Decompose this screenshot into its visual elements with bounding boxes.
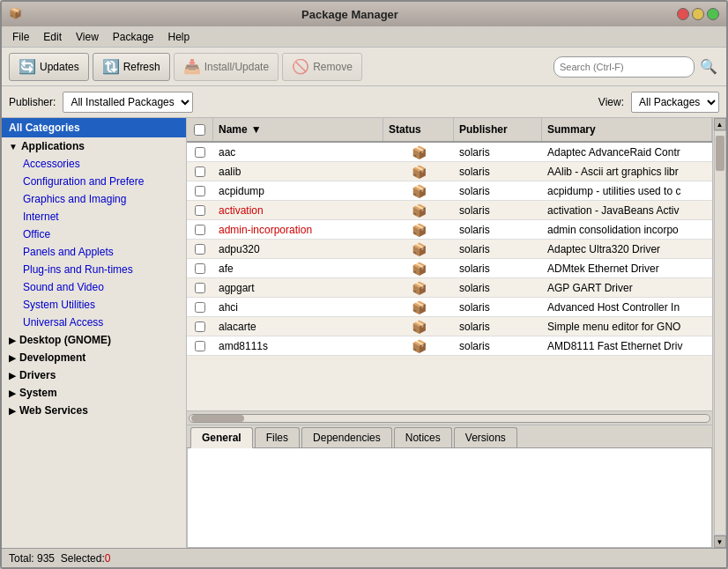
row-summary: AMD8111 Fast Ethernet Driv: [542, 338, 712, 354]
updates-button[interactable]: 🔄 Updates: [9, 53, 89, 81]
main-panel: Name ▼ Status Publisher Summary aac 📦 so…: [187, 118, 712, 548]
row-name: aalib: [213, 164, 383, 180]
tab-versions[interactable]: Versions: [454, 427, 517, 447]
menu-file[interactable]: File: [5, 29, 36, 45]
search-button[interactable]: 🔍: [698, 56, 719, 78]
sidebar-all-categories[interactable]: All Categories: [2, 118, 186, 137]
table-row[interactable]: amd8111s 📦 solaris AMD8111 Fast Ethernet…: [187, 336, 712, 356]
table-row[interactable]: admin-incorporation 📦 solaris admin cons…: [187, 220, 712, 240]
sidebar-section-label-system: System: [19, 387, 57, 399]
horizontal-scrollbar[interactable]: [187, 410, 712, 425]
sidebar-section-header-web[interactable]: ▶ Web Services: [2, 402, 186, 419]
sidebar-item-panels[interactable]: Panels and Applets: [2, 243, 186, 261]
select-all-checkbox[interactable]: [194, 124, 205, 136]
sidebar-item-universal[interactable]: Universal Access: [2, 314, 186, 331]
arrow-right-icon-drv: ▶: [9, 371, 16, 381]
sidebar-item-graphics[interactable]: Graphics and Imaging: [2, 190, 186, 208]
row-publisher: solaris: [454, 144, 542, 160]
tab-notices[interactable]: Notices: [394, 427, 452, 447]
header-checkbox: [187, 118, 213, 141]
tab-dependencies[interactable]: Dependencies: [301, 427, 392, 447]
sidebar-item-accessories[interactable]: Accessories: [2, 155, 186, 173]
status-bar: Total: 935 Selected: 0: [2, 548, 726, 567]
row-status: 📦: [383, 260, 454, 277]
header-summary[interactable]: Summary: [542, 118, 712, 141]
publisher-select[interactable]: All Installed Packages: [63, 92, 193, 113]
row-checkbox[interactable]: [187, 242, 213, 256]
row-name: activation: [213, 203, 383, 218]
sidebar-item-system-utils[interactable]: System Utilities: [2, 296, 186, 314]
sidebar-section-desktop: ▶ Desktop (GNOME): [2, 331, 186, 349]
row-checkbox[interactable]: [187, 300, 213, 314]
row-checkbox[interactable]: [187, 262, 213, 276]
app-icon: 📦: [9, 7, 23, 21]
sidebar-item-internet[interactable]: Internet: [2, 208, 186, 225]
sort-icon: ▼: [251, 123, 262, 136]
sidebar-section-label-development: Development: [19, 351, 85, 364]
sidebar-section-web: ▶ Web Services: [2, 402, 186, 419]
table-row[interactable]: adpu320 📦 solaris Adaptec Ultra320 Drive…: [187, 240, 712, 259]
install-label: Install/Update: [204, 61, 269, 73]
row-checkbox[interactable]: [187, 165, 213, 179]
close-button[interactable]: [677, 8, 689, 20]
row-status: 📦: [383, 202, 454, 219]
row-name: aac: [213, 144, 383, 160]
scroll-down-button[interactable]: ▼: [714, 536, 726, 548]
row-name: alacarte: [213, 319, 383, 335]
row-publisher: solaris: [454, 164, 542, 180]
row-summary: activation - JavaBeans Activ: [542, 203, 712, 218]
row-checkbox[interactable]: [187, 339, 213, 353]
header-name[interactable]: Name ▼: [213, 118, 383, 141]
table-row[interactable]: afe 📦 solaris ADMtek Ethernet Driver: [187, 259, 712, 278]
arrow-right-icon: ▶: [9, 336, 16, 345]
menu-package[interactable]: Package: [106, 29, 161, 45]
menu-edit[interactable]: Edit: [36, 29, 69, 45]
vertical-scrollbar[interactable]: ▲ ▼: [712, 118, 726, 548]
row-summary: Advanced Host Controller In: [542, 299, 712, 315]
row-checkbox[interactable]: [187, 223, 213, 237]
table-header: Name ▼ Status Publisher Summary: [187, 118, 712, 143]
header-status[interactable]: Status: [383, 118, 454, 141]
table-row[interactable]: acpidump 📦 solaris acpidump - utilities …: [187, 181, 712, 201]
filter-bar: Publisher: All Installed Packages View: …: [2, 86, 726, 118]
content-area: All Categories ▼ Applications Accessorie…: [2, 118, 726, 548]
menu-help[interactable]: Help: [161, 29, 197, 45]
sidebar-section-header-applications[interactable]: ▼ Applications: [2, 137, 186, 155]
table-row[interactable]: agpgart 📦 solaris AGP GART Driver: [187, 278, 712, 298]
table-row[interactable]: alacarte 📦 solaris Simple menu editor fo…: [187, 317, 712, 336]
view-select[interactable]: All Packages: [631, 92, 719, 113]
row-checkbox[interactable]: [187, 320, 213, 334]
row-checkbox[interactable]: [187, 281, 213, 295]
sidebar-section-header-drivers[interactable]: ▶ Drivers: [2, 366, 186, 384]
table-row[interactable]: activation 📦 solaris activation - JavaBe…: [187, 201, 712, 220]
title-bar: 📦 Package Manager: [2, 2, 726, 26]
tab-general[interactable]: General: [190, 427, 253, 448]
row-checkbox[interactable]: [187, 203, 213, 218]
row-publisher: solaris: [454, 338, 542, 354]
sidebar-section-header-system[interactable]: ▶ System: [2, 384, 186, 402]
row-checkbox[interactable]: [187, 184, 213, 198]
header-publisher[interactable]: Publisher: [454, 118, 542, 141]
scroll-up-button[interactable]: ▲: [714, 118, 726, 130]
table-row[interactable]: ahci 📦 solaris Advanced Host Controller …: [187, 298, 712, 317]
minimize-button[interactable]: [692, 8, 704, 20]
sidebar-item-sound[interactable]: Sound and Video: [2, 278, 186, 296]
maximize-button[interactable]: [707, 8, 719, 20]
table-row[interactable]: aalib 📦 solaris AAlib - Ascii art graphi…: [187, 162, 712, 181]
search-input[interactable]: [553, 56, 695, 78]
row-checkbox[interactable]: [187, 145, 213, 159]
sidebar-item-plugins[interactable]: Plug-ins and Run-times: [2, 261, 186, 278]
sidebar-section-header-desktop[interactable]: ▶ Desktop (GNOME): [2, 331, 186, 349]
menu-view[interactable]: View: [69, 29, 106, 45]
sidebar-section-header-development[interactable]: ▶ Development: [2, 349, 186, 366]
scrollbar-track: [189, 414, 710, 423]
scroll-track: [714, 130, 726, 536]
tab-files[interactable]: Files: [255, 427, 300, 447]
sidebar-item-office[interactable]: Office: [2, 225, 186, 243]
table-row[interactable]: aac 📦 solaris Adaptec AdvanceRaid Contr: [187, 143, 712, 162]
remove-button[interactable]: 🚫 Remove: [282, 53, 362, 81]
sidebar: All Categories ▼ Applications Accessorie…: [2, 118, 187, 548]
install-button[interactable]: 📥 Install/Update: [174, 53, 279, 81]
sidebar-item-configuration[interactable]: Configuration and Prefere: [2, 173, 186, 190]
refresh-button[interactable]: 🔃 Refresh: [93, 53, 170, 81]
